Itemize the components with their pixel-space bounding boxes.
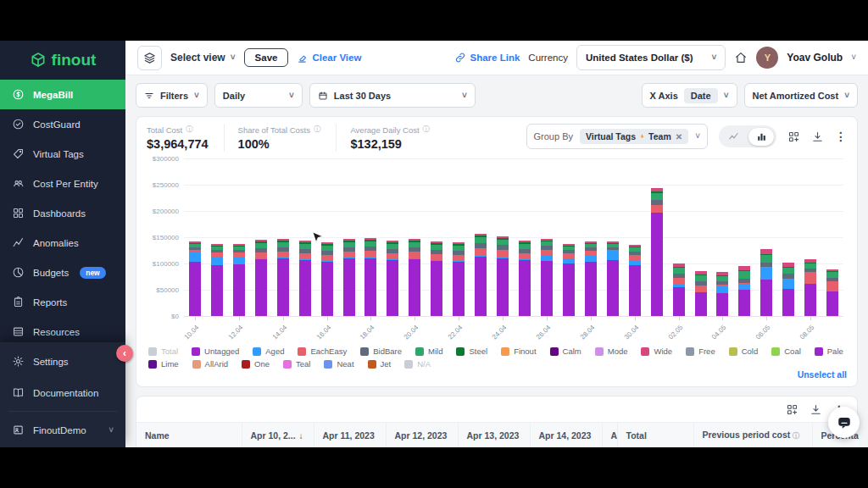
- bar-29.04[interactable]: [602, 158, 624, 316]
- column-header-apr-11-2023[interactable]: Apr 11, 2023: [314, 423, 386, 448]
- home-icon[interactable]: [734, 51, 748, 64]
- legend-item-steel[interactable]: Steel: [456, 347, 487, 356]
- widget-add-icon[interactable]: [786, 403, 798, 416]
- sidebar-item-virtual-tags[interactable]: Virtual Tags: [0, 139, 125, 169]
- widget-add-icon[interactable]: [787, 130, 800, 143]
- legend-item-coal[interactable]: Coal: [771, 347, 801, 356]
- bar-21.04[interactable]: [426, 158, 448, 316]
- chevron-down-icon[interactable]: ˅: [851, 53, 856, 62]
- bar-27.04[interactable]: [558, 158, 580, 316]
- bar-13.04[interactable]: [250, 158, 272, 316]
- bar-04.05[interactable]: [712, 158, 734, 316]
- group-by-dropdown[interactable]: Group By Virtual Tags Team ✕ ˅: [526, 124, 709, 149]
- bar-chart-toggle[interactable]: [748, 128, 774, 146]
- select-view-dropdown[interactable]: Select view ˅: [170, 52, 236, 64]
- share-link-button[interactable]: Share Link: [454, 52, 520, 64]
- bar-10.04[interactable]: [184, 158, 206, 316]
- column-header-apr-12-2023[interactable]: Apr 12, 2023: [386, 423, 458, 448]
- legend-item-one[interactable]: One: [242, 359, 270, 369]
- legend-item-aged[interactable]: Aged: [253, 347, 284, 356]
- legend-item-finout[interactable]: Finout: [501, 347, 536, 356]
- bar-05.05[interactable]: [733, 158, 755, 316]
- legend-item-calm[interactable]: Calm: [550, 347, 581, 356]
- sidebar-item-budgets[interactable]: Budgetsnew: [0, 258, 125, 287]
- legend-item-n-a[interactable]: N/A: [404, 359, 431, 369]
- date-range-dropdown[interactable]: Last 30 Days ˅: [309, 83, 476, 108]
- bar-25.04[interactable]: [514, 158, 536, 316]
- x-axis-dropdown[interactable]: X Axis Date ˅: [642, 83, 737, 108]
- column-header-apr-10-2-[interactable]: Apr 10, 2...↓: [242, 423, 314, 448]
- sidebar-item-costguard[interactable]: CostGuard: [0, 109, 125, 139]
- kebab-menu-icon[interactable]: ⋮: [835, 130, 847, 142]
- sidebar-item-dashboards[interactable]: Dashboards: [0, 198, 125, 228]
- bar-19.04[interactable]: [381, 158, 403, 316]
- bar-17.04[interactable]: [338, 158, 360, 316]
- column-header-total[interactable]: Total: [617, 423, 693, 448]
- currency-dropdown[interactable]: United States Dollar ($) ˅: [576, 45, 726, 70]
- legend-item-lime[interactable]: Lime: [148, 359, 179, 369]
- sidebar-item-anomalies[interactable]: Anomalies: [0, 228, 125, 258]
- column-header-a[interactable]: A: [602, 423, 617, 448]
- bar-22.04[interactable]: [448, 158, 470, 316]
- legend-item-neat[interactable]: Neat: [324, 359, 353, 369]
- bar-20.04[interactable]: [403, 158, 426, 316]
- bar-16.04[interactable]: [316, 158, 338, 316]
- bar-09.05[interactable]: [821, 158, 843, 316]
- views-layers-button[interactable]: [137, 46, 162, 70]
- chart-plot[interactable]: $300000$250000$200000$150000$100000$5000…: [184, 158, 843, 316]
- sidebar-item-megabill[interactable]: MegaBill: [0, 80, 125, 109]
- bar-11.04[interactable]: [206, 158, 228, 316]
- filters-dropdown[interactable]: Filters ˅: [136, 83, 208, 108]
- legend-item-total[interactable]: Total: [148, 347, 178, 356]
- line-chart-toggle[interactable]: [721, 128, 747, 146]
- group-by-tag-pill[interactable]: Virtual Tags Team ✕: [580, 129, 688, 144]
- clear-view-button[interactable]: Clear View: [297, 53, 361, 64]
- legend-item-jet[interactable]: Jet: [368, 359, 392, 369]
- unselect-all-link[interactable]: Unselect all: [147, 369, 847, 380]
- close-icon[interactable]: ✕: [676, 132, 682, 141]
- bar-06.05[interactable]: [755, 158, 777, 316]
- bar-28.04[interactable]: [580, 158, 602, 316]
- save-button[interactable]: Save: [244, 48, 289, 67]
- bar-23.04[interactable]: [470, 158, 492, 316]
- legend-item-pale[interactable]: Pale: [815, 347, 843, 356]
- cost-type-dropdown[interactable]: Net Amortized Cost ˅: [744, 83, 859, 108]
- column-header-previous-period-cost[interactable]: Previous period cost ⓘ: [693, 423, 812, 448]
- sidebar-item-documentation[interactable]: Documentation: [0, 377, 125, 408]
- bar-26.04[interactable]: [536, 158, 558, 316]
- legend-item-allarid[interactable]: AllArid: [192, 359, 228, 369]
- bar-24.04[interactable]: [492, 158, 514, 316]
- legend-item-mild[interactable]: Mild: [415, 347, 442, 356]
- column-header-name[interactable]: Name: [136, 423, 242, 448]
- chat-launcher-button[interactable]: [828, 407, 860, 438]
- legend-item-untagged[interactable]: Untagged: [192, 347, 239, 356]
- bar-15.04[interactable]: [294, 158, 316, 316]
- sidebar-item-settings[interactable]: Settings: [0, 346, 125, 377]
- legend-item-bidbare[interactable]: BidBare: [360, 347, 402, 356]
- bar-02.05[interactable]: [668, 158, 690, 316]
- legend-item-cold[interactable]: Cold: [729, 347, 759, 356]
- legend-item-eacheasy[interactable]: EachEasy: [298, 347, 347, 356]
- avatar[interactable]: Y: [756, 47, 778, 69]
- bar-07.05[interactable]: [777, 158, 799, 316]
- sidebar-item-reports[interactable]: Reports: [0, 287, 125, 317]
- bar-14.04[interactable]: [272, 158, 294, 316]
- granularity-dropdown[interactable]: Daily ˅: [214, 83, 303, 108]
- legend-item-free[interactable]: Free: [686, 347, 715, 356]
- bar-30.04[interactable]: [624, 158, 646, 316]
- bar-12.04[interactable]: [228, 158, 250, 316]
- sidebar-collapse-button[interactable]: ‹: [116, 345, 133, 362]
- download-icon[interactable]: [811, 130, 824, 143]
- bar-01.05[interactable]: [646, 158, 668, 316]
- bar-03.05[interactable]: [690, 158, 712, 316]
- finout-logo[interactable]: finout: [0, 41, 125, 80]
- sidebar-item-cost-per-entity[interactable]: Cost Per Entity: [0, 169, 125, 198]
- bar-08.05[interactable]: [799, 158, 821, 316]
- bar-18.04[interactable]: [360, 158, 382, 316]
- column-header-apr-14-2023[interactable]: Apr 14, 2023: [530, 423, 602, 448]
- legend-item-teal[interactable]: Teal: [283, 359, 310, 369]
- download-icon[interactable]: [810, 403, 822, 416]
- legend-item-wide[interactable]: Wide: [641, 347, 672, 356]
- sidebar-item-workspace[interactable]: FinoutDemo ˅: [0, 414, 125, 446]
- column-header-apr-13-2023[interactable]: Apr 13, 2023: [458, 423, 530, 448]
